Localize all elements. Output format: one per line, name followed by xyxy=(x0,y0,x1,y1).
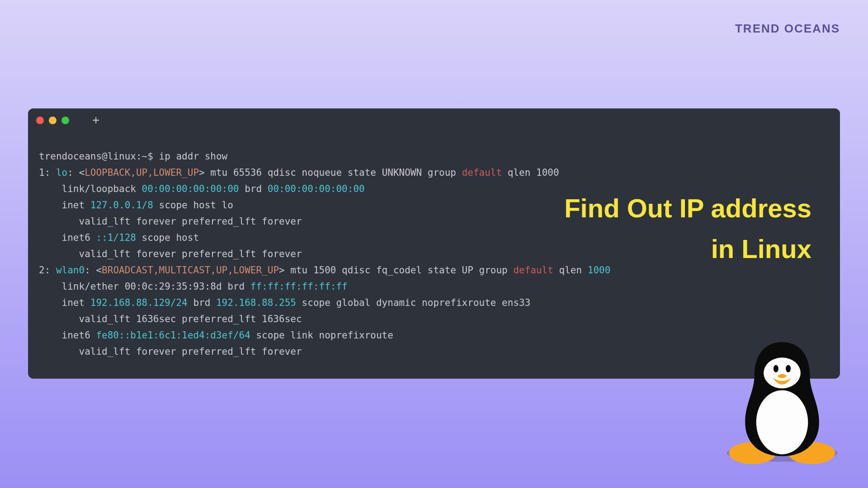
out-11a: inet6 xyxy=(39,330,96,341)
out-1a: 1: xyxy=(39,167,56,178)
svg-point-8 xyxy=(786,365,791,372)
new-tab-button[interactable]: + xyxy=(92,113,99,127)
out-9a: inet xyxy=(39,297,90,308)
out-11c: scope link noprefixroute xyxy=(250,330,393,341)
overlay-line2: in Linux xyxy=(549,229,811,269)
inet-lo: 127.0.0.1/8 xyxy=(90,200,153,211)
brd-addr-wlan0: 192.168.88.255 xyxy=(216,297,296,308)
inet-wlan0: 192.168.88.129/24 xyxy=(90,297,188,308)
out-4: valid_lft forever preferred_lft forever xyxy=(39,216,302,227)
out-7c: : < xyxy=(85,265,102,276)
prompt-sep: :~$ xyxy=(136,151,153,162)
terminal-titlebar: + xyxy=(28,108,840,132)
flags-wlan0: BROADCAST,MULTICAST,UP,LOWER_UP xyxy=(102,265,279,276)
command-text: ip addr show xyxy=(159,151,228,162)
group-default-2: default xyxy=(513,265,553,276)
out-1c: : < xyxy=(67,167,85,178)
group-default-1: default xyxy=(462,167,502,178)
out-8a: link/ether 00:0c:29:35:93:8d brd xyxy=(39,281,250,292)
out-6: valid_lft forever preferred_lft forever xyxy=(39,249,302,259)
out-10: valid_lft 1636sec preferred_lft 1636sec xyxy=(39,314,302,324)
inet6-wlan0: fe80::b1e1:6c1:1ed4:d3ef/64 xyxy=(96,330,250,341)
out-1g: qlen 1000 xyxy=(502,167,559,178)
minimize-icon[interactable] xyxy=(49,117,57,124)
tux-icon xyxy=(719,330,845,465)
brd-lo: 00:00:00:00:00:00 xyxy=(268,183,365,194)
out-7e: > mtu 1500 qdisc fq_codel state UP group xyxy=(279,265,513,276)
brand-label: TREND OCEANS xyxy=(735,22,840,36)
out-1e: > mtu 65536 qdisc noqueue state UNKNOWN … xyxy=(199,167,462,178)
maximize-icon[interactable] xyxy=(61,117,69,124)
iface-lo: lo xyxy=(56,167,67,178)
out-2a: link/loopback xyxy=(39,183,142,194)
out-9c: brd xyxy=(188,297,216,308)
out-9e: scope global dynamic noprefixroute ens33 xyxy=(296,297,530,308)
close-icon[interactable] xyxy=(36,117,44,124)
brd-wlan0: ff:ff:ff:ff:ff:ff xyxy=(250,281,348,292)
out-7a: 2: xyxy=(39,265,56,276)
out-12: valid_lft forever preferred_lft forever xyxy=(39,346,302,357)
iface-wlan0: wlan0 xyxy=(56,265,85,276)
out-3a: inet xyxy=(39,200,90,211)
flags-lo: LOOPBACK,UP,LOWER_UP xyxy=(85,167,199,178)
prompt-user: trendoceans@linux xyxy=(39,151,136,162)
svg-point-7 xyxy=(774,365,778,372)
out-3c: scope host lo xyxy=(153,200,233,211)
out-5a: inet6 xyxy=(39,232,96,243)
overlay-title: Find Out IP address in Linux xyxy=(549,188,811,269)
mac-lo: 00:00:00:00:00:00 xyxy=(142,183,239,194)
out-2c: brd xyxy=(239,183,268,194)
out-5c: scope host xyxy=(136,232,199,243)
svg-point-3 xyxy=(756,390,808,455)
inet6-lo: ::1/128 xyxy=(96,232,136,243)
overlay-line1: Find Out IP address xyxy=(549,188,811,229)
